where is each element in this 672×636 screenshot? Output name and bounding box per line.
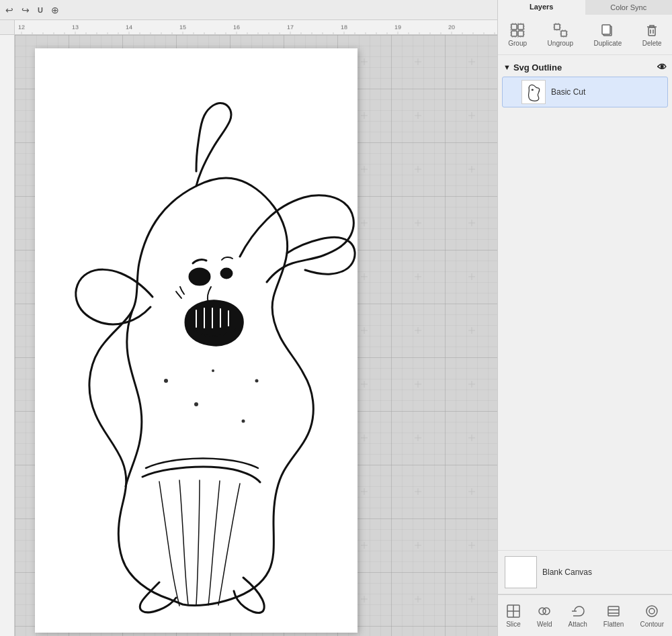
tab-layers[interactable]: Layers: [498, 0, 585, 15]
weld-icon: [537, 604, 552, 619]
ruler-vertical: [0, 35, 15, 636]
ruler-horizontal: [15, 20, 497, 35]
svg-point-4: [164, 379, 168, 383]
panel-bottom-tools: Slice Weld Attach: [498, 594, 672, 636]
svg-point-31: [646, 606, 657, 617]
group-button[interactable]: Group: [504, 20, 531, 50]
panel-tabs: Layers Color Sync: [498, 0, 672, 15]
patrick-svg: [35, 48, 358, 633]
page-canvas: [35, 48, 358, 633]
layer-group-header[interactable]: ▼ Svg Outline 👁: [498, 59, 672, 75]
blank-canvas-section: Blank Canvas: [498, 550, 672, 594]
panel-toolbar: Group Ungroup Duplicate: [498, 15, 672, 55]
svg-point-2: [194, 402, 198, 406]
flatten-icon: [606, 604, 621, 619]
group-icon: [510, 23, 525, 38]
layer-item-label: Basic Cut: [551, 87, 585, 97]
svg-rect-8: [518, 24, 523, 30]
svg-point-3: [242, 420, 245, 423]
ungroup-icon: [553, 23, 568, 38]
svg-rect-28: [608, 606, 619, 616]
slice-button[interactable]: Slice: [502, 601, 525, 631]
delete-button[interactable]: Delete: [638, 20, 666, 50]
duplicate-button[interactable]: Duplicate: [590, 20, 626, 50]
svg-rect-12: [554, 24, 560, 30]
duplicate-icon: [600, 23, 615, 38]
svg-point-6: [212, 369, 214, 372]
svg-point-32: [649, 608, 655, 614]
contour-icon: [644, 604, 659, 619]
tab-color-sync[interactable]: Color Sync: [585, 0, 673, 15]
svg-rect-11: [511, 24, 524, 37]
flatten-button[interactable]: Flatten: [599, 601, 628, 631]
layer-group-label: Svg Outline: [513, 62, 562, 73]
layer-item[interactable]: Basic Cut: [502, 77, 668, 107]
redo-icon[interactable]: ↪: [22, 5, 30, 15]
undo-icon[interactable]: ↩: [5, 5, 13, 15]
layers-content: ▼ Svg Outline 👁 Basic Cut: [498, 55, 672, 550]
slice-icon: [506, 604, 521, 619]
attach-button[interactable]: Attach: [564, 601, 591, 631]
chevron-down-icon: ▼: [503, 63, 511, 71]
svg-point-21: [532, 89, 534, 91]
svg-rect-18: [648, 28, 655, 36]
svg-rect-9: [511, 31, 517, 36]
text-tool[interactable]: U: [38, 6, 43, 14]
svg-rect-17: [602, 25, 610, 34]
svg-rect-7: [511, 24, 517, 30]
main-canvas[interactable]: [15, 35, 497, 636]
add-tool[interactable]: ⊕: [51, 5, 59, 15]
ruler-corner: [0, 20, 15, 35]
svg-point-5: [255, 379, 259, 383]
eye-icon[interactable]: 👁: [657, 62, 667, 73]
blank-canvas-label: Blank Canvas: [542, 567, 592, 577]
ungroup-button[interactable]: Ungroup: [544, 20, 577, 50]
svg-point-0: [190, 269, 210, 285]
weld-button[interactable]: Weld: [533, 601, 556, 631]
delete-icon: [644, 23, 659, 38]
svg-rect-13: [561, 31, 566, 36]
layer-thumb: [521, 80, 546, 104]
svg-point-1: [221, 269, 232, 278]
top-toolbar: ↩ ↪ U ⊕: [0, 0, 497, 20]
right-panel: Layers Color Sync Group: [497, 0, 672, 636]
contour-button[interactable]: Contour: [636, 601, 668, 631]
blank-canvas-thumb: [505, 556, 537, 588]
svg-rect-10: [518, 31, 523, 36]
svg-point-26: [543, 608, 550, 615]
attach-icon: [571, 604, 585, 619]
